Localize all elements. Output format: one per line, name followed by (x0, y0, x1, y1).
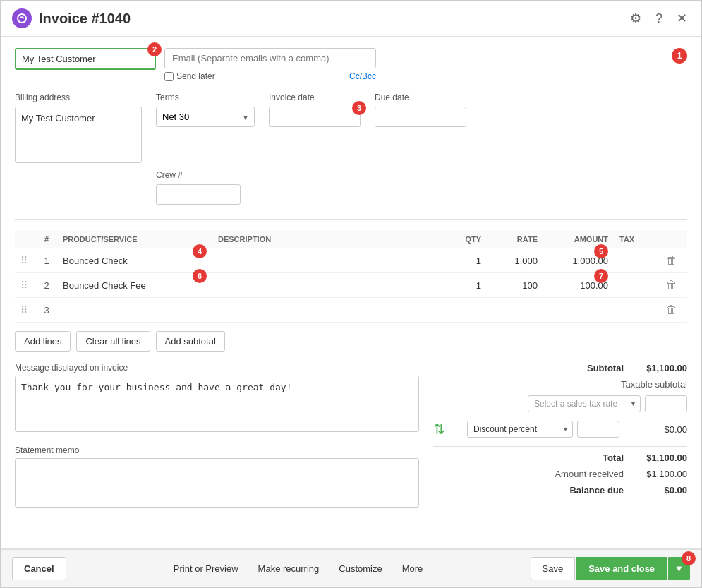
memo-section: Statement memo (15, 445, 419, 510)
gear-button[interactable]: ⚙ (627, 8, 644, 29)
save-close-button[interactable]: Save and close (576, 557, 667, 580)
product-cell-3 (57, 298, 212, 323)
drag-handle-3: ⠿ (15, 298, 36, 323)
delete-row-2-button[interactable]: 🗑 (662, 277, 682, 293)
right-section: Subtotal $1,100.00 Taxable subtotal Sele… (433, 363, 687, 510)
page-title: Invoice #1040 (39, 11, 131, 27)
table-header: # PRODUCT/SERVICE DESCRIPTION QTY RATE A… (15, 231, 687, 248)
discount-select-wrapper: Discount percent (467, 421, 573, 438)
subtotal-row: Subtotal $1,100.00 (433, 363, 687, 373)
row-num-3: 3 (36, 298, 57, 323)
add-subtotal-button[interactable]: Add subtotal (156, 331, 225, 352)
due-date-input[interactable]: 02/24/2017 (375, 107, 466, 127)
footer-left: Cancel (12, 557, 66, 580)
delete-row-3-button[interactable]: 🗑 (662, 302, 682, 318)
row-num-2: 2 (36, 273, 57, 298)
col-drag-header (15, 231, 36, 248)
message-label: Message displayed on invoice (15, 363, 419, 373)
col-description-header: DESCRIPTION (212, 231, 444, 248)
discount-input[interactable] (577, 421, 619, 438)
save-close-badge: 8 (682, 551, 696, 565)
totals: Subtotal $1,100.00 Taxable subtotal Sele… (433, 363, 687, 496)
customize-button[interactable]: Customize (336, 560, 385, 577)
help-button[interactable]: ? (653, 8, 665, 29)
cancel-button[interactable]: Cancel (12, 557, 66, 580)
delete-cell-2: 🗑 (656, 273, 687, 298)
message-textarea[interactable]: Thank you for your business and have a g… (15, 376, 419, 432)
email-row: Send later Cc/Bcc (164, 71, 376, 81)
col-delete-header (656, 231, 687, 248)
tax-input[interactable] (645, 395, 687, 412)
customer-dropdown[interactable]: My Test Customer (15, 48, 156, 70)
date-badge: 3 (352, 101, 366, 115)
close-button[interactable]: ✕ (674, 8, 690, 29)
clear-all-lines-button[interactable]: Clear all lines (76, 331, 150, 352)
send-later-checkbox[interactable] (164, 72, 174, 81)
table-row: ⠿ 2 Bounced Check Fee 6 1 100 100.00 7 (15, 273, 687, 298)
more-button[interactable]: More (399, 560, 426, 577)
due-date-label: Due date (375, 92, 466, 102)
billing-address-group: Billing address My Test Customer (15, 92, 142, 163)
sync-icon[interactable]: ⇅ (433, 421, 445, 438)
total-value: $1,100.00 (624, 452, 687, 463)
taxable-subtotal-label: Taxable subtotal (433, 379, 687, 390)
col-num-header: # (36, 231, 57, 248)
product-cell-1: Bounced Check 4 (57, 248, 212, 273)
taxable-subtotal-row: Taxable subtotal (433, 379, 687, 390)
tax-row: Select a sales tax rate (433, 395, 687, 412)
rate-cell-2: 100 (487, 273, 543, 298)
footer-right: Save Save and close ▼ 8 (531, 557, 690, 580)
footer: Cancel Print or Preview Make recurring C… (1, 548, 701, 587)
add-lines-button[interactable]: Add lines (15, 331, 71, 352)
make-recurring-button[interactable]: Make recurring (255, 560, 322, 577)
footer-middle: Print or Preview Make recurring Customiz… (171, 560, 426, 577)
save-button[interactable]: Save (531, 557, 576, 580)
invoice-date-group: Invoice date 01/25/2017 3 (269, 92, 361, 127)
row-num-1: 1 (36, 248, 57, 273)
header: Invoice #1040 ⚙ ? ✕ (1, 1, 701, 37)
invoice-date-label: Invoice date (269, 92, 361, 102)
amount-received-label: Amount received (433, 469, 624, 479)
content-area: My Test Customer 2 Send later Cc/Bcc 1 (1, 37, 701, 548)
due-date-group: Due date 02/24/2017 (375, 92, 466, 127)
discount-dropdown[interactable]: Discount percent (467, 421, 573, 438)
svg-point-0 (18, 14, 26, 23)
header-left: Invoice #1040 (12, 8, 131, 28)
tax-select-wrapper: Select a sales tax rate (528, 395, 641, 412)
memo-textarea[interactable] (15, 458, 419, 508)
tax-cell-2 (614, 273, 656, 298)
qty-cell-1: 1 (444, 248, 487, 273)
invoice-date-input[interactable]: 01/25/2017 (269, 107, 361, 127)
crew-input[interactable] (156, 184, 241, 205)
crew-row: Crew # (15, 170, 687, 205)
terms-label: Terms (156, 92, 255, 102)
email-input[interactable] (164, 48, 376, 68)
cc-bcc-link[interactable]: Cc/Bcc (349, 71, 376, 81)
rate-cell-3 (487, 298, 543, 323)
discount-sync-row: ⇅ Discount percent $0.00 (433, 421, 687, 438)
tax-rate-dropdown[interactable]: Select a sales tax rate (528, 395, 641, 412)
billing-address-label: Billing address (15, 92, 142, 102)
print-preview-button[interactable]: Print or Preview (171, 560, 241, 577)
email-section: Send later Cc/Bcc (164, 48, 376, 81)
billing-address-value: My Test Customer (15, 107, 142, 163)
amount-cell-3 (543, 298, 614, 323)
total-row: Total $1,100.00 (433, 446, 687, 463)
notification-badge-1: 1 (672, 48, 687, 64)
crew-label: Crew # (156, 170, 241, 180)
description-cell-2 (212, 273, 444, 298)
qty-cell-2: 1 (444, 273, 487, 298)
save-close-dropdown-wrapper: ▼ 8 (668, 557, 690, 580)
total-label: Total (433, 452, 624, 463)
product-name-1: Bounced Check (63, 256, 128, 266)
drag-handle-1: ⠿ (15, 248, 36, 273)
terms-dropdown[interactable]: Net 30 (156, 107, 255, 127)
row2-amount-badge: 7 (594, 269, 608, 283)
table-row: ⠿ 3 🗑 (15, 298, 687, 323)
product-name-2: Bounced Check Fee (63, 280, 146, 291)
invoice-icon (12, 8, 32, 28)
product-cell-2: Bounced Check Fee 6 (57, 273, 212, 298)
invoice-table: # PRODUCT/SERVICE DESCRIPTION QTY RATE A… (15, 231, 687, 323)
delete-row-1-button[interactable]: 🗑 (662, 253, 682, 268)
header-right: ⚙ ? ✕ (627, 8, 690, 29)
